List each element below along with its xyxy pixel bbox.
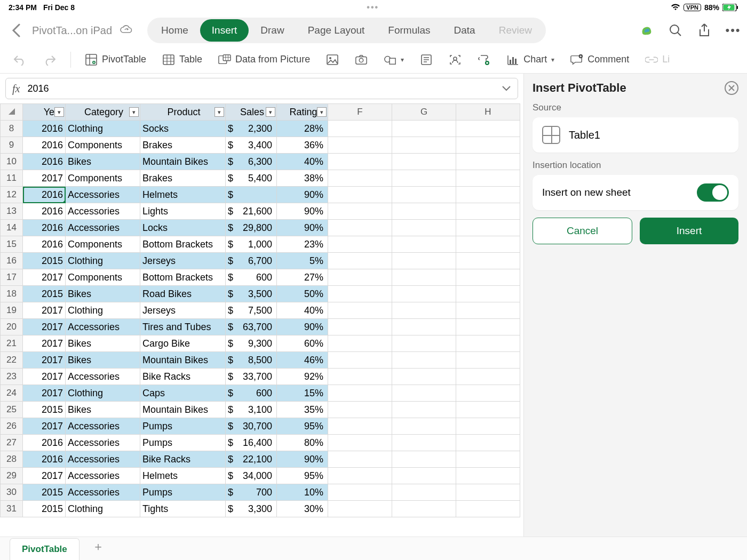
cell-empty[interactable] <box>328 121 392 137</box>
table-row[interactable]: 102016BikesMountain Bikes$6,30040% <box>1 154 520 170</box>
cell-product[interactable]: Pumps <box>140 418 226 435</box>
cell-category[interactable]: Accessories <box>66 468 140 484</box>
cell-sales[interactable]: $600 <box>226 269 277 286</box>
cell-product[interactable]: Mountain Bikes <box>140 154 226 170</box>
table-row[interactable]: 252015BikesMountain Bikes$3,10035% <box>1 402 520 418</box>
cell-empty[interactable] <box>328 286 392 302</box>
cell-product[interactable]: Jerseys <box>140 302 226 319</box>
cell-sales[interactable]: $3,400 <box>226 137 277 154</box>
cell-product[interactable]: Tights <box>140 501 226 517</box>
table-row[interactable]: 82016ClothingSocks$2,30028% <box>1 121 520 137</box>
cell-empty[interactable] <box>392 170 456 187</box>
cell-empty[interactable] <box>392 302 456 319</box>
table-row[interactable]: 122016AccessoriesHelmets$90% <box>1 187 520 203</box>
cell-empty[interactable] <box>328 154 392 170</box>
cell-category[interactable]: Components <box>66 269 140 286</box>
cell-year[interactable]: 2017 <box>23 302 66 319</box>
cell-category[interactable]: Clothing <box>66 121 140 137</box>
cell-category[interactable]: Accessories <box>66 435 140 451</box>
cell-year[interactable]: 2016 <box>23 137 66 154</box>
cell-category[interactable]: Clothing <box>66 253 140 269</box>
cell-empty[interactable] <box>328 418 392 435</box>
cell-category[interactable]: Accessories <box>66 319 140 335</box>
cell-empty[interactable] <box>392 435 456 451</box>
row-header[interactable]: 13 <box>1 203 23 220</box>
tab-home[interactable]: Home <box>149 19 200 42</box>
cell-rating[interactable]: 50% <box>277 286 328 302</box>
cell-category[interactable]: Accessories <box>66 203 140 220</box>
close-button[interactable] <box>725 81 738 95</box>
picture-button[interactable] <box>321 50 344 69</box>
cell-empty[interactable] <box>456 121 520 137</box>
table-row[interactable]: 232017AccessoriesBike Racks$33,70092% <box>1 369 520 385</box>
cloud-sync-icon[interactable] <box>120 24 132 37</box>
cell-empty[interactable] <box>328 352 392 369</box>
row-header[interactable]: 18 <box>1 286 23 302</box>
cell-rating[interactable]: 92% <box>277 369 328 385</box>
cell-sales[interactable]: $21,600 <box>226 203 277 220</box>
cell-product[interactable]: Pumps <box>140 484 226 501</box>
table-row[interactable]: 162015ClothingJerseys$6,7005% <box>1 253 520 269</box>
cell-empty[interactable] <box>456 220 520 236</box>
row-header[interactable]: 30 <box>1 484 23 501</box>
tab-formulas[interactable]: Formulas <box>376 19 442 42</box>
tab-review[interactable]: Review <box>487 19 544 42</box>
cell-rating[interactable]: 40% <box>277 302 328 319</box>
cell-rating[interactable]: 90% <box>277 451 328 468</box>
cell-empty[interactable] <box>392 335 456 352</box>
cell-year[interactable]: 2017 <box>23 319 66 335</box>
row-header[interactable]: 17 <box>1 269 23 286</box>
cell-sales[interactable]: $34,000 <box>226 468 277 484</box>
row-header[interactable]: 23 <box>1 369 23 385</box>
cell-category[interactable]: Clothing <box>66 501 140 517</box>
cell-empty[interactable] <box>456 187 520 203</box>
row-header[interactable]: 15 <box>1 236 23 253</box>
cell-product[interactable]: Mountain Bikes <box>140 352 226 369</box>
cell-product[interactable]: Cargo Bike <box>140 335 226 352</box>
cell-year[interactable]: 2016 <box>23 451 66 468</box>
col-header-sales[interactable]: Sales▾ <box>226 104 277 121</box>
cell-sales[interactable]: $29,800 <box>226 220 277 236</box>
cell-empty[interactable] <box>328 220 392 236</box>
cell-product[interactable]: Mountain Bikes <box>140 402 226 418</box>
cell-category[interactable]: Bikes <box>66 402 140 418</box>
col-header-rating[interactable]: Rating▾ <box>277 104 328 121</box>
cell-empty[interactable] <box>456 253 520 269</box>
cell-category[interactable]: Clothing <box>66 302 140 319</box>
search-icon[interactable] <box>668 23 683 38</box>
cell-rating[interactable]: 80% <box>277 435 328 451</box>
col-header-F[interactable]: F <box>328 104 392 121</box>
cell-category[interactable]: Clothing <box>66 385 140 402</box>
cell-rating[interactable]: 10% <box>277 484 328 501</box>
cell-empty[interactable] <box>328 369 392 385</box>
cell-rating[interactable]: 90% <box>277 203 328 220</box>
sheet-tab-pivottable[interactable]: PivotTable <box>10 538 80 560</box>
cell-empty[interactable] <box>456 319 520 335</box>
tab-draw[interactable]: Draw <box>249 19 296 42</box>
cell-sales[interactable]: $8,500 <box>226 352 277 369</box>
cell-empty[interactable] <box>456 170 520 187</box>
cell-sales[interactable]: $2,300 <box>226 121 277 137</box>
filter-dropdown-icon[interactable]: ▾ <box>129 107 139 117</box>
table-row[interactable]: 282016AccessoriesBike Racks$22,10090% <box>1 451 520 468</box>
cell-empty[interactable] <box>456 501 520 517</box>
copilot-icon[interactable] <box>639 23 654 38</box>
cell-empty[interactable] <box>392 369 456 385</box>
table-row[interactable]: 312015ClothingTights$3,30030% <box>1 501 520 517</box>
cell-empty[interactable] <box>392 385 456 402</box>
cell-sales[interactable]: $3,500 <box>226 286 277 302</box>
table-button[interactable]: Table <box>157 50 208 69</box>
cell-empty[interactable] <box>456 269 520 286</box>
table-row[interactable]: 142016AccessoriesLocks$29,80090% <box>1 220 520 236</box>
cell-year[interactable]: 2016 <box>23 435 66 451</box>
row-header[interactable]: 11 <box>1 170 23 187</box>
col-header-year[interactable]: Year▾ <box>23 104 66 121</box>
cell-sales[interactable]: $63,700 <box>226 319 277 335</box>
table-row[interactable]: 112017ComponentsBrakes$5,40038% <box>1 170 520 187</box>
cell-rating[interactable]: 40% <box>277 154 328 170</box>
row-header[interactable]: 12 <box>1 187 23 203</box>
cell-sales[interactable]: $3,300 <box>226 501 277 517</box>
cell-empty[interactable] <box>456 468 520 484</box>
cell-sales[interactable]: $ <box>226 187 277 203</box>
cell-sales[interactable]: $3,100 <box>226 402 277 418</box>
